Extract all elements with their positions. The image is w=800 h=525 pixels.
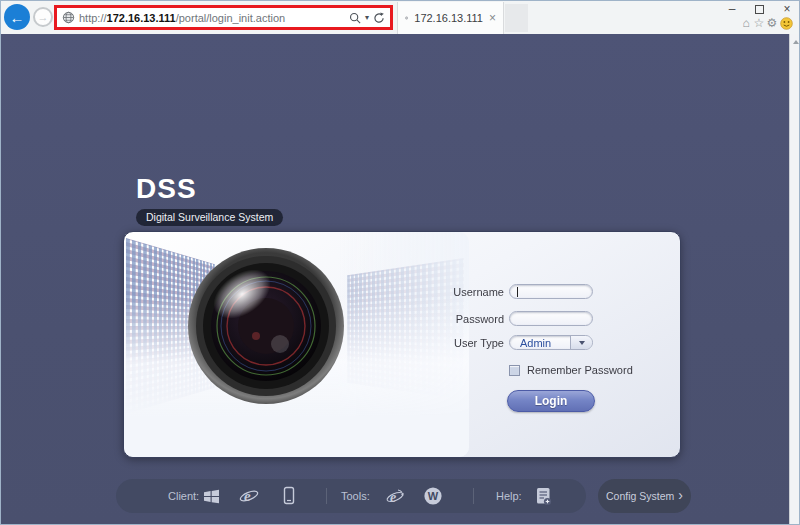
browser-tab[interactable]: 172.16.13.111 × [397, 2, 504, 34]
w-console-icon[interactable]: W [423, 486, 443, 506]
user-type-select[interactable]: Admin [509, 335, 593, 350]
tab-close-icon[interactable]: × [489, 11, 496, 25]
globe-icon [62, 11, 75, 24]
close-icon: × [783, 2, 790, 16]
help-document-icon[interactable] [533, 486, 553, 506]
address-bar[interactable]: http://172.16.13.111/portal/login_init.a… [54, 5, 393, 30]
help-label: Help: [496, 490, 522, 502]
mobile-phone-icon[interactable] [279, 486, 299, 506]
footer-toolbar: Client: e Tools: [116, 479, 586, 513]
search-icon[interactable] [349, 12, 361, 24]
app-title: DSS [136, 175, 283, 203]
home-glyph: ⌂ [742, 16, 749, 30]
refresh-icon[interactable] [373, 12, 385, 24]
forward-button[interactable]: → [33, 7, 53, 27]
url-path: /portal/login_init.action [176, 12, 285, 24]
login-button-label: Login [535, 394, 568, 408]
tools-label: Tools: [341, 490, 370, 502]
new-tab-button[interactable] [505, 4, 528, 32]
svg-text:e: e [390, 490, 396, 505]
favorites-glyph: ☆ [754, 16, 765, 30]
url-text[interactable]: http://172.16.13.111/portal/login_init.a… [79, 12, 285, 24]
page-scrollbar[interactable] [789, 34, 800, 525]
settings-icon[interactable]: ⚙ [765, 16, 779, 30]
minimize-button[interactable]: – [723, 2, 741, 16]
browser-window: ← → http://172.16.13.111/portal/login_in… [0, 0, 800, 525]
forward-icon: → [38, 12, 49, 23]
minimize-icon: – [729, 2, 736, 16]
footer-divider [326, 488, 327, 504]
login-button[interactable]: Login [507, 390, 595, 412]
chevron-down-icon [579, 341, 585, 345]
favorites-icon[interactable]: ☆ [752, 16, 766, 30]
back-icon: ← [10, 10, 25, 25]
search-dropdown-icon[interactable]: ▾ [365, 13, 369, 22]
url-scheme: http:// [79, 12, 107, 24]
chevron-right-icon: › [678, 488, 683, 502]
maximize-button[interactable] [750, 2, 768, 16]
remember-password-checkbox[interactable] [509, 365, 520, 376]
feedback-smiley-icon[interactable] [779, 16, 793, 30]
scroll-up-icon [793, 40, 799, 44]
windows-icon[interactable] [201, 486, 221, 506]
config-system-label: Config System [606, 490, 674, 502]
home-icon[interactable]: ⌂ [739, 16, 753, 30]
client-label: Client: [168, 490, 199, 502]
close-button[interactable]: × [778, 2, 796, 16]
maximize-icon [755, 5, 764, 14]
user-type-label: User Type [446, 337, 504, 349]
globe-icon [405, 12, 408, 24]
svg-text:W: W [428, 490, 439, 502]
username-label: Username [446, 286, 504, 298]
browser-toolbar: ← → http://172.16.13.111/portal/login_in… [1, 1, 799, 34]
svg-text:e: e [244, 488, 251, 504]
tab-title: 172.16.13.111 [414, 12, 483, 24]
text-cursor [517, 287, 518, 297]
password-input[interactable] [509, 311, 593, 326]
user-type-dropdown-button[interactable] [570, 336, 592, 349]
username-input[interactable] [509, 284, 593, 299]
app-subtitle-badge: Digital Surveillance System [136, 209, 283, 226]
camera-lens-image [182, 242, 350, 410]
camera-illustration [124, 232, 469, 457]
user-type-value: Admin [520, 337, 551, 349]
app-logo: DSS Digital Surveillance System [136, 175, 283, 226]
login-panel: Username Password User Type Admin Rememb… [123, 231, 681, 458]
footer-divider [473, 488, 474, 504]
url-domain: 172.16.13.111 [107, 12, 176, 24]
back-button[interactable]: ← [4, 4, 30, 30]
settings-glyph: ⚙ [767, 16, 778, 30]
login-page: DSS Digital Surveillance System [1, 34, 800, 525]
remember-password-label: Remember Password [527, 364, 633, 376]
config-system-button[interactable]: Config System › [598, 479, 691, 513]
password-label: Password [446, 313, 504, 325]
ie-browser-icon[interactable]: e [239, 486, 259, 506]
ie-tool-icon[interactable]: e [386, 486, 406, 506]
